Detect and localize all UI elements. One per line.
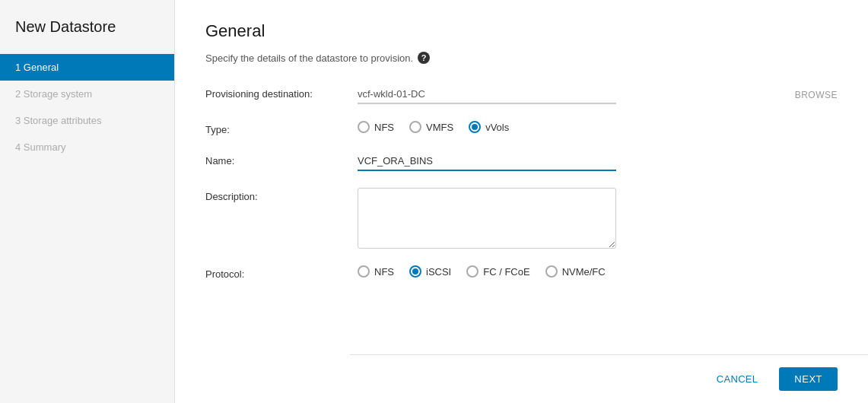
protocol-nfs-label: NFS [374, 266, 394, 278]
sidebar-item-storage-system[interactable]: 2 Storage system [0, 81, 174, 107]
protocol-nfs-radio[interactable] [358, 265, 370, 278]
type-nfs-option[interactable]: NFS [358, 121, 394, 133]
type-vvols-label: vVols [485, 122, 509, 133]
protocol-iscsi-option[interactable]: iSCSI [409, 265, 451, 278]
protocol-iscsi-radio[interactable] [409, 265, 421, 278]
protocol-radio-group: NFS iSCSI FC / FCoE NVMe/FC [358, 265, 606, 278]
protocol-row: Protocol: NFS iSCSI FC / FCoE NVMe/FC [205, 265, 838, 280]
protocol-nvme-radio[interactable] [545, 265, 558, 278]
protocol-fc-option[interactable]: FC / FCoE [466, 265, 529, 278]
sidebar-item-general[interactable]: 1 General [0, 54, 174, 81]
type-row: Type: NFS VMFS vVols [205, 121, 838, 135]
footer: CANCEL NEXT [350, 354, 868, 403]
protocol-fc-label: FC / FCoE [483, 266, 529, 278]
description-textarea[interactable] [358, 188, 616, 249]
protocol-label: Protocol: [205, 265, 358, 280]
description-control [358, 188, 838, 249]
browse-link[interactable]: BROWSE [795, 90, 838, 100]
sidebar-item-label: 4 Summary [15, 141, 65, 153]
provisioning-destination-input[interactable] [358, 85, 616, 104]
type-label: Type: [205, 121, 358, 135]
name-row: Name: [205, 152, 838, 171]
provisioning-destination-label: Provisioning destination: [205, 85, 358, 100]
name-control [358, 152, 838, 171]
sidebar: New Datastore 1 General 2 Storage system… [0, 0, 175, 403]
type-radio-group: NFS VMFS vVols [358, 121, 509, 133]
next-button[interactable]: NEXT [779, 367, 838, 391]
sidebar-item-storage-attributes[interactable]: 3 Storage attributes [0, 107, 174, 134]
page-subtitle: Specify the details of the datastore to … [205, 52, 838, 64]
sidebar-title: New Datastore [0, 18, 174, 54]
protocol-nvme-option[interactable]: NVMe/FC [545, 265, 606, 278]
type-vmfs-option[interactable]: VMFS [409, 121, 453, 133]
description-row: Description: [205, 188, 838, 249]
sidebar-item-label: 1 General [15, 62, 59, 73]
protocol-control: NFS iSCSI FC / FCoE NVMe/FC [358, 265, 838, 278]
sidebar-item-label: 2 Storage system [15, 88, 92, 100]
name-input[interactable] [358, 152, 616, 171]
protocol-nfs-option[interactable]: NFS [358, 265, 394, 278]
description-label: Description: [205, 188, 358, 202]
protocol-iscsi-label: iSCSI [426, 266, 451, 278]
page-title: General [205, 21, 838, 41]
type-vmfs-label: VMFS [426, 122, 453, 133]
provisioning-destination-row: Provisioning destination: BROWSE [205, 85, 838, 104]
sidebar-item-label: 3 Storage attributes [15, 115, 101, 126]
type-vvols-option[interactable]: vVols [469, 121, 509, 133]
sidebar-item-summary[interactable]: 4 Summary [0, 134, 174, 160]
protocol-nvme-label: NVMe/FC [562, 266, 606, 278]
help-icon[interactable]: ? [418, 52, 430, 64]
main-content: General Specify the details of the datas… [175, 0, 868, 403]
protocol-fc-radio[interactable] [466, 265, 479, 278]
cancel-button[interactable]: CANCEL [704, 367, 771, 391]
type-vmfs-radio[interactable] [409, 121, 421, 133]
type-vvols-radio[interactable] [469, 121, 481, 133]
type-nfs-radio[interactable] [358, 121, 370, 133]
provisioning-destination-control: BROWSE [358, 85, 838, 104]
name-label: Name: [205, 152, 358, 167]
type-nfs-label: NFS [374, 122, 394, 133]
type-control: NFS VMFS vVols [358, 121, 838, 133]
